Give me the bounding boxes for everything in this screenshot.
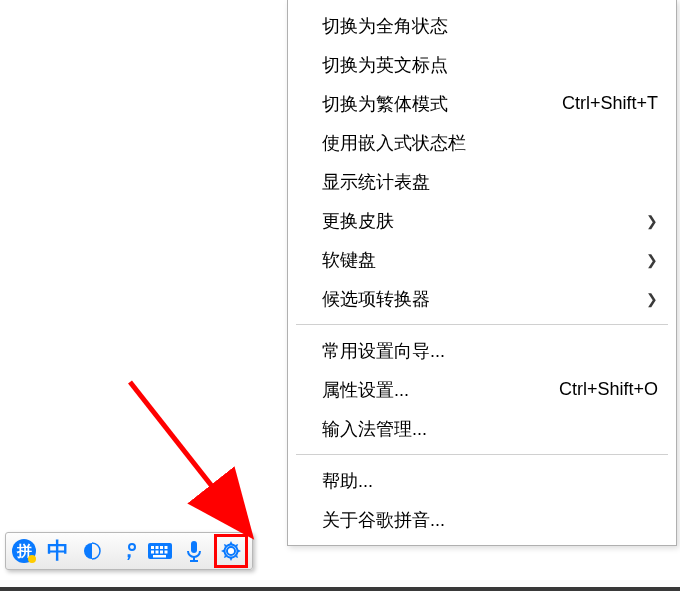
menu-item-label: 切换为全角状态 bbox=[322, 14, 448, 38]
chevron-right-icon: ❯ bbox=[626, 213, 658, 229]
svg-rect-14 bbox=[153, 555, 166, 558]
svg-rect-10 bbox=[151, 551, 154, 554]
menu-item-label: 属性设置... bbox=[322, 378, 409, 402]
svg-rect-9 bbox=[165, 546, 168, 549]
menu-item-label: 使用嵌入式状态栏 bbox=[322, 131, 466, 155]
context-menu: 切换为全角状态 切换为英文标点 切换为繁体模式 Ctrl+Shift+T 使用嵌… bbox=[287, 0, 677, 546]
menu-item-setup-wizard[interactable]: 常用设置向导... bbox=[288, 331, 676, 370]
soft-keyboard-icon[interactable] bbox=[146, 537, 174, 565]
menu-item-label: 显示统计表盘 bbox=[322, 170, 430, 194]
svg-rect-6 bbox=[151, 546, 154, 549]
voice-input-icon[interactable] bbox=[180, 537, 208, 565]
chevron-right-icon: ❯ bbox=[626, 252, 658, 268]
menu-item-traditional[interactable]: 切换为繁体模式 Ctrl+Shift+T bbox=[288, 84, 676, 123]
pinyin-logo-icon[interactable]: 拼 bbox=[10, 537, 38, 565]
menu-item-label: 切换为英文标点 bbox=[322, 53, 448, 77]
svg-rect-12 bbox=[160, 551, 163, 554]
menu-item-label: 输入法管理... bbox=[322, 417, 427, 441]
menu-item-accelerator: Ctrl+Shift+O bbox=[539, 379, 658, 400]
menu-item-change-skin[interactable]: 更换皮肤 ❯ bbox=[288, 201, 676, 240]
chevron-right-icon: ❯ bbox=[626, 291, 658, 307]
window-frame-edge bbox=[0, 587, 680, 591]
menu-item-about[interactable]: 关于谷歌拼音... bbox=[288, 500, 676, 539]
menu-item-label: 切换为繁体模式 bbox=[322, 92, 448, 116]
menu-item-label: 关于谷歌拼音... bbox=[322, 508, 445, 532]
menu-item-soft-keyboard[interactable]: 软键盘 ❯ bbox=[288, 240, 676, 279]
svg-point-20 bbox=[229, 549, 234, 554]
svg-rect-7 bbox=[156, 546, 159, 549]
svg-rect-13 bbox=[165, 551, 168, 554]
menu-item-english-punct[interactable]: 切换为英文标点 bbox=[288, 45, 676, 84]
ime-status-bar: 拼 中 ， bbox=[5, 532, 253, 570]
menu-item-stats-dashboard[interactable]: 显示统计表盘 bbox=[288, 162, 676, 201]
chinese-mode-label: 中 bbox=[47, 536, 69, 566]
svg-text:，: ， bbox=[119, 539, 138, 561]
svg-rect-15 bbox=[191, 541, 197, 553]
menu-item-label: 更换皮肤 bbox=[322, 209, 394, 233]
menu-item-accelerator: Ctrl+Shift+T bbox=[542, 93, 658, 114]
menu-separator bbox=[296, 454, 668, 455]
menu-item-label: 候选项转换器 bbox=[322, 287, 430, 311]
svg-point-2 bbox=[28, 555, 36, 563]
chinese-mode-icon[interactable]: 中 bbox=[44, 537, 72, 565]
menu-item-candidate-converter[interactable]: 候选项转换器 ❯ bbox=[288, 279, 676, 318]
punctuation-icon[interactable]: ， bbox=[112, 537, 140, 565]
svg-line-21 bbox=[130, 382, 248, 532]
settings-gear-icon[interactable] bbox=[214, 534, 248, 568]
menu-separator bbox=[296, 324, 668, 325]
menu-item-embedded-statusbar[interactable]: 使用嵌入式状态栏 bbox=[288, 123, 676, 162]
menu-item-label: 软键盘 bbox=[322, 248, 376, 272]
menu-item-label: 帮助... bbox=[322, 469, 373, 493]
svg-rect-8 bbox=[160, 546, 163, 549]
menu-item-ime-management[interactable]: 输入法管理... bbox=[288, 409, 676, 448]
menu-item-fullwidth[interactable]: 切换为全角状态 bbox=[288, 6, 676, 45]
halfwidth-icon[interactable] bbox=[78, 537, 106, 565]
menu-item-help[interactable]: 帮助... bbox=[288, 461, 676, 500]
menu-item-label: 常用设置向导... bbox=[322, 339, 445, 363]
svg-rect-11 bbox=[156, 551, 159, 554]
menu-item-properties[interactable]: 属性设置... Ctrl+Shift+O bbox=[288, 370, 676, 409]
